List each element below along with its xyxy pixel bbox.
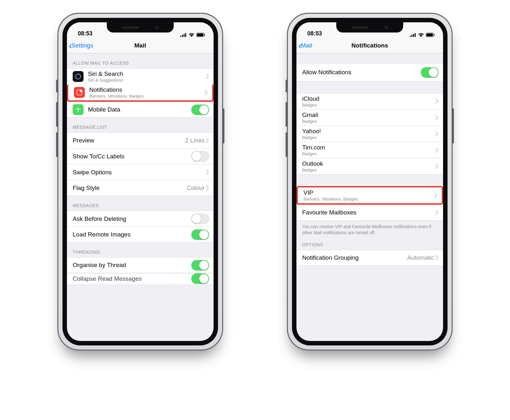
mobile-data-icon <box>73 104 84 115</box>
back-label: Settings <box>71 42 93 49</box>
row-account[interactable]: Tim.comBadges <box>296 142 443 158</box>
row-allow-notifications[interactable]: Allow Notifications <box>296 63 443 82</box>
account-name: Gmail <box>302 112 435 119</box>
svg-point-11 <box>80 90 82 92</box>
row-preview-label: Preview <box>73 137 185 144</box>
account-name: Tim.com <box>302 144 435 151</box>
status-time: 08:53 <box>307 30 322 37</box>
row-notification-grouping[interactable]: Notification Grouping Automatic <box>296 250 443 266</box>
toggle-collapse-read-messages[interactable] <box>191 273 209 284</box>
svg-rect-18 <box>426 33 433 36</box>
svg-rect-3 <box>185 33 186 37</box>
section-header-options: Options <box>296 238 443 250</box>
chevron-right-icon <box>206 185 209 191</box>
row-swipe-options[interactable]: Swipe Options <box>67 164 214 180</box>
chevron-right-icon <box>435 210 439 215</box>
svg-rect-15 <box>413 34 414 37</box>
account-name: Yahoo! <box>302 128 435 135</box>
toggle-allow-notifications[interactable] <box>421 67 439 78</box>
row-swipe-options-label: Swipe Options <box>73 169 206 176</box>
notch <box>336 22 403 33</box>
phone-left: 08:53 ‹ Settings Mail Allow Mail to Acce… <box>57 13 223 351</box>
chevron-right-icon <box>206 74 209 79</box>
svg-rect-14 <box>412 35 412 37</box>
row-show-tocc[interactable]: Show To/Cc Labels <box>67 148 214 164</box>
row-vip-sub: Banners, Vibrations, Badges <box>303 197 434 201</box>
row-organise-by-thread[interactable]: Organise by Thread <box>67 257 214 273</box>
row-account[interactable]: GmailBadges <box>296 109 443 126</box>
chevron-right-icon <box>206 170 209 175</box>
nav-bar: ‹ Settings Mail <box>67 38 214 54</box>
page-title: Mail <box>135 42 146 49</box>
row-account[interactable]: iCloudBadges <box>296 93 443 109</box>
row-load-remote-images[interactable]: Load Remote Images <box>67 227 214 243</box>
section-header-message-list: Message List <box>67 118 214 132</box>
row-notifications-sub: Banners, Vibrations, Badges <box>89 94 205 98</box>
page-title: Notifications <box>351 42 388 49</box>
chevron-right-icon <box>205 90 208 95</box>
row-notification-grouping-value: Automatic <box>407 254 434 261</box>
toggle-load-remote-images[interactable] <box>191 229 209 240</box>
screen-notifications-settings: 08:53 ‹ Mail Notifications Allow <box>296 22 443 341</box>
chevron-right-icon <box>435 99 439 104</box>
chevron-right-icon <box>435 131 439 136</box>
row-mobile-data-label: Mobile Data <box>88 106 191 113</box>
row-flag-style[interactable]: Flag Style Colour <box>67 180 214 196</box>
row-preview[interactable]: Preview 2 Lines <box>67 132 214 148</box>
row-ask-before-deleting-label: Ask Before Deleting <box>73 215 191 222</box>
toggle-ask-before-deleting[interactable] <box>191 214 209 224</box>
svg-rect-6 <box>205 34 205 36</box>
svg-rect-13 <box>410 36 411 37</box>
section-header-access: Allow Mail to Access <box>67 54 214 68</box>
row-siri-sub: Siri & Suggestions <box>88 78 206 83</box>
chevron-right-icon <box>435 164 439 169</box>
back-button[interactable]: ‹ Mail <box>298 38 312 53</box>
row-notifications-label: Notifications <box>89 86 205 93</box>
section-header-messages: Messages <box>67 196 214 211</box>
toggle-organise-by-thread[interactable] <box>191 260 209 271</box>
account-name: iCloud <box>302 95 435 102</box>
row-favourite-mailboxes[interactable]: Favourite Mailboxes <box>296 205 443 221</box>
row-allow-notifications-label: Allow Notifications <box>302 69 421 76</box>
cellular-icon <box>180 33 187 37</box>
toggle-show-tocc[interactable] <box>191 151 209 162</box>
row-siri-search[interactable]: Siri & Search Siri & Suggestions <box>67 68 214 84</box>
row-flag-style-label: Flag Style <box>73 185 187 192</box>
row-account[interactable]: OutlookBadges <box>296 158 443 175</box>
back-button[interactable]: ‹ Settings <box>69 38 93 53</box>
section-header-threading: Threading <box>67 243 214 257</box>
row-collapse-read-messages[interactable]: Collapse Read Messages <box>67 273 214 284</box>
footer-note-vip: You can receive VIP and Favourite Mailbo… <box>296 221 443 238</box>
row-flag-style-value: Colour <box>187 185 205 192</box>
nav-bar: ‹ Mail Notifications <box>296 38 443 54</box>
notch <box>107 22 174 33</box>
svg-rect-5 <box>197 33 203 36</box>
account-sub: Badges <box>302 103 435 107</box>
svg-rect-1 <box>182 35 183 37</box>
screen-mail-settings: 08:53 ‹ Settings Mail Allow Mail to Acce… <box>67 22 214 341</box>
back-label: Mail <box>301 42 312 49</box>
chevron-right-icon <box>206 138 209 143</box>
chevron-right-icon <box>435 255 439 260</box>
svg-rect-19 <box>434 34 435 36</box>
row-notifications[interactable]: Notifications Banners, Vibrations, Badge… <box>67 84 214 102</box>
row-account[interactable]: Yahoo!Badges <box>296 126 443 142</box>
battery-icon <box>426 33 435 37</box>
row-show-tocc-label: Show To/Cc Labels <box>73 153 191 160</box>
row-mobile-data[interactable]: Mobile Data <box>67 102 214 118</box>
row-organise-by-thread-label: Organise by Thread <box>73 262 191 269</box>
svg-rect-2 <box>184 34 185 37</box>
row-notification-grouping-label: Notification Grouping <box>302 254 407 261</box>
siri-icon <box>73 71 84 82</box>
notifications-icon <box>74 87 85 98</box>
row-preview-value: 2 Lines <box>185 137 205 144</box>
row-vip[interactable]: VIP Banners, Vibrations, Badges <box>296 186 443 205</box>
battery-icon <box>196 33 205 37</box>
row-ask-before-deleting[interactable]: Ask Before Deleting <box>67 211 214 227</box>
row-siri-label: Siri & Search <box>88 70 206 77</box>
account-sub: Badges <box>302 168 435 172</box>
toggle-mobile-data[interactable] <box>191 105 209 115</box>
row-vip-label: VIP <box>303 189 434 196</box>
account-name: Outlook <box>302 160 435 167</box>
svg-rect-12 <box>78 107 78 112</box>
